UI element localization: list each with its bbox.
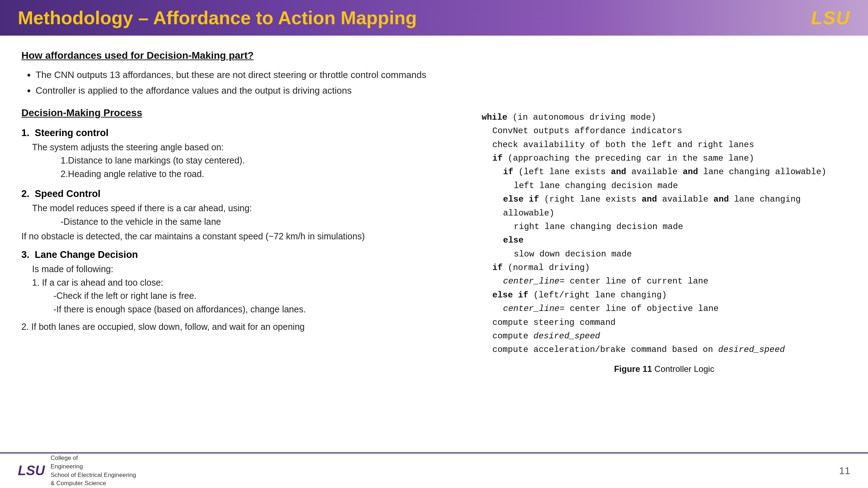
- two-column-layout: Decision-Making Process 1. Steering cont…: [21, 107, 847, 442]
- slide-footer: LSU College of Engineering School of Ele…: [0, 452, 868, 488]
- item1-sub1: 1.Distance to lane markings (to stay cen…: [32, 154, 467, 167]
- pseudo-line-14: center_line= center line of objective la…: [482, 302, 847, 316]
- school-line4: & Computer Science: [51, 479, 136, 488]
- pseudocode-block: while (in autonomous driving mode) ConvN…: [482, 111, 847, 357]
- item2-sub1: -Distance to the vehicle in the same lan…: [32, 215, 467, 229]
- numbered-item-2: 2. Speed Control The model reduces speed…: [21, 188, 467, 242]
- item3-sub1b: -If there is enough space (based on affo…: [32, 303, 467, 316]
- lsu-logo-header: LSU: [811, 7, 850, 28]
- school-line1: College of: [51, 454, 136, 462]
- pseudo-line-2: ConvNet outputs affordance indicators: [482, 124, 847, 138]
- pseudo-line-13: else if (left/right lane changing): [482, 289, 847, 302]
- pseudo-line-5: if (left lane exists and available and l…: [482, 165, 847, 179]
- school-line2: Engineering: [51, 462, 136, 471]
- pseudo-line-17: compute acceleration/brake command based…: [482, 343, 847, 357]
- right-column: while (in autonomous driving mode) ConvN…: [482, 107, 847, 442]
- lsu-logo-footer: LSU: [18, 463, 45, 478]
- item2-title: 2. Speed Control: [21, 188, 467, 199]
- item1-label: Steering control: [35, 128, 109, 138]
- item1-title: 1. Steering control: [21, 128, 467, 139]
- slide-header: Methodology – Affordance to Action Mappi…: [0, 0, 868, 36]
- slide-content: How affordances used for Decision-Making…: [0, 36, 868, 452]
- item2-body: The model reduces speed if there is a ca…: [21, 202, 467, 228]
- pseudo-line-10: slow down decision made: [482, 248, 847, 261]
- item2-label: Speed Control: [35, 188, 101, 199]
- numbered-item-3: 3. Lane Change Decision Is made of follo…: [21, 249, 467, 332]
- item3-sub2: 2. If both lanes are occupied, slow down…: [21, 322, 467, 332]
- section2-heading: Decision-Making Process: [21, 107, 467, 119]
- item3-body: Is made of following: 1. If a car is ahe…: [21, 263, 467, 316]
- footer-left: LSU College of Engineering School of Ele…: [18, 454, 136, 488]
- pseudo-line-9: else: [482, 234, 847, 247]
- pseudo-line-4: if (approaching the preceding car in the…: [482, 152, 847, 165]
- item2-number: 2.: [21, 188, 35, 199]
- left-column: Decision-Making Process 1. Steering cont…: [21, 107, 467, 442]
- pseudo-line-11: if (normal driving): [482, 261, 847, 275]
- pseudo-line-12: center_line= center line of current lane: [482, 275, 847, 288]
- item3-number: 3.: [21, 249, 35, 260]
- pseudo-line-1: while (in autonomous driving mode): [482, 111, 847, 124]
- bullet-item: The CNN outputs 13 affordances, but thes…: [36, 68, 847, 81]
- pseudo-line-15: compute steering command: [482, 316, 847, 329]
- slide-title: Methodology – Affordance to Action Mappi…: [18, 7, 417, 28]
- pseudo-line-6: left lane changing decision made: [482, 179, 847, 193]
- figure-caption: Figure 11 Controller Logic: [482, 364, 847, 374]
- section1-heading: How affordances used for Decision-Making…: [21, 50, 847, 61]
- pseudo-line-3: check availability of both the left and …: [482, 138, 847, 152]
- item1-body: The system adjusts the steering angle ba…: [21, 141, 467, 181]
- pseudo-line-8: right lane changing decision made: [482, 220, 847, 234]
- numbered-item-1: 1. Steering control The system adjusts t…: [21, 128, 467, 181]
- footer-school-info: College of Engineering School of Electri…: [51, 454, 136, 488]
- page-number: 11: [839, 465, 850, 477]
- item3-sub1: 1. If a car is ahead and too close:: [32, 276, 467, 290]
- school-line3: School of Electrical Engineering: [51, 471, 136, 479]
- bullet-item: Controller is applied to the affordance …: [36, 84, 847, 97]
- pseudo-line-16: compute desired_speed: [482, 329, 847, 343]
- item1-sub2: 2.Heading angle relative to the road.: [32, 167, 467, 181]
- item2-extra: If no obstacle is detected, the car main…: [21, 231, 467, 242]
- item3-title: 3. Lane Change Decision: [21, 249, 467, 260]
- item1-number: 1.: [21, 128, 35, 138]
- pseudo-line-7: else if (right lane exists and available…: [482, 193, 847, 220]
- item3-sub1a: -Check if the left or right lane is free…: [32, 289, 467, 303]
- section1-bullets: The CNN outputs 13 affordances, but thes…: [21, 68, 847, 100]
- item3-label: Lane Change Decision: [35, 249, 138, 260]
